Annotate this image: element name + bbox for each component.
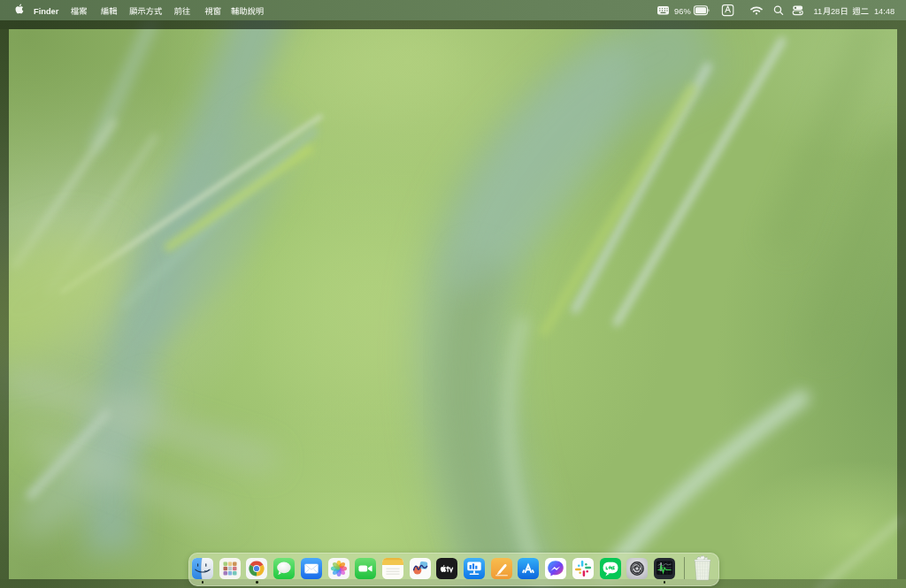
svg-text:28: 28: [831, 7, 840, 16]
svg-text:11: 11: [814, 7, 823, 16]
svg-text:96%: 96%: [674, 7, 691, 16]
svg-text:14:48: 14:48: [874, 7, 894, 16]
svg-text:Finder: Finder: [34, 7, 59, 16]
